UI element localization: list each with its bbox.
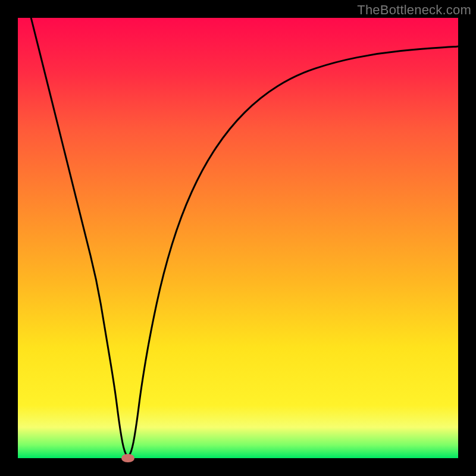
bottleneck-curve bbox=[18, 18, 458, 458]
optimal-point-marker bbox=[121, 454, 134, 462]
watermark-text: TheBottleneck.com bbox=[357, 2, 471, 18]
curve-path bbox=[31, 18, 458, 456]
chart-stage: TheBottleneck.com bbox=[0, 0, 476, 476]
plot-area bbox=[18, 18, 458, 458]
